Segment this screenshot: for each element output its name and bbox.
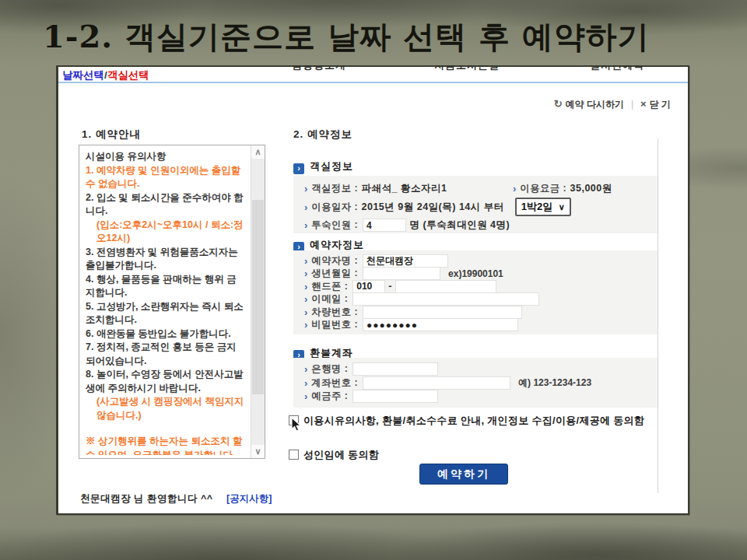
row-bullet-icon: › [304,219,307,231]
car-number-input[interactable] [363,306,522,319]
close-button[interactable]: ×닫 기 [640,98,671,111]
guide-line: 2. 입소 및 퇴소시간을 준수하여야 합니다. [86,191,246,219]
guide-scrollbox: 시설이용 유의사항 1. 예약차량 및 인원이외에는 출입할 수 없습니다. 2… [79,145,265,459]
name-label: 예약자명 : [311,254,358,268]
row-bullet-icon: › [304,363,307,375]
row-bullet-icon: › [304,306,307,318]
email-input[interactable] [352,292,539,306]
guide-line: 6. 애완동물 동반입소 불가합니다. [86,327,246,341]
guide-line: 5. 고성방가, 소란행위자는 즉시 퇴소조치합니다. [86,300,246,327]
guide-line: 4. 행상, 물품등을 판매하는 행위 금지합니다. [86,273,246,300]
row-bullet-icon: › [304,268,307,279]
guide-line: 3. 전염병환자 및 위험물품소지자는 출입불가합니다. [86,246,246,273]
guide-line: ※ 상기행위를 하는자는 퇴소조치 할 수 있으며, 요금환불은 불가합니다. [86,435,246,455]
car-label: 차량번호 : [311,306,358,319]
account-holder-input[interactable] [352,390,438,403]
scroll-up-icon[interactable]: ∧ [251,145,265,159]
toolbar: ↻예약 다시하기|×닫 기 [554,98,671,112]
phone-prefix-input[interactable] [352,280,385,293]
row-bullet-icon: › [304,377,307,389]
nights-select[interactable]: 1박2일 ∨ [515,198,571,216]
refund-account-box: › 은행명 : › 계좌번호 : 예) 123-1234-123 › 예금주 : [293,358,658,408]
content-right-divider [658,138,658,493]
close-icon: × [640,98,647,110]
section-refund-account: ›환불계좌 [293,345,353,358]
tab-room-select[interactable]: 객실선택 [107,69,149,81]
guests-input[interactable] [363,219,406,232]
reserve-button[interactable]: 예약하기 [419,464,508,485]
notice-link[interactable]: [공지사항] [226,493,272,504]
reservation-heading: 2. 예약정보 [293,128,352,142]
guide-line: 1. 예약차량 및 인원이외에는 출입할 수 없습니다. [86,164,246,191]
password-input[interactable] [363,318,518,331]
section-booker-info: ›예약자정보 [293,237,364,250]
room-value: 파쇄석_ 황소자리1 [362,182,447,195]
section-arrow-icon: › [293,163,304,174]
birth-hint: ex)19900101 [448,268,503,279]
mouse-cursor [291,418,303,432]
clipped-tab-intro[interactable]: 캠핑장소개 [292,65,346,72]
bank-name-input[interactable] [352,362,438,376]
agreement-terms-label: 이용시유의사항, 환불/취소수수료 안내, 개인정보 수집/이용/제공에 동의함 [303,415,644,426]
row-bullet-icon: › [513,183,516,194]
phone-number-input[interactable] [395,280,496,293]
guide-line: (입소:오후2시~오후10시 / 퇴소:정오12시) [86,219,246,246]
room-info-box: › 객실정보 : 파쇄석_ 황소자리1 › 이용요금 : 35,000원 › 이… [293,176,658,233]
bank-label: 은행명 : [311,362,348,376]
agreement-adult-checkbox[interactable] [289,450,299,460]
agreement-terms-row: 이용시유의사항, 환불/취소수수료 안내, 개인정보 수집/이용/제공에 동의함 [289,414,718,429]
tab-date-select[interactable]: 날짜선택 [62,69,104,81]
date-label: 이용일자 : [311,201,358,214]
guide-line: (사고발생 시 캠핑장에서 책임지지 않습니다.) [86,395,246,422]
room-label: 객실정보 : [311,182,358,195]
row-bullet-icon: › [304,281,307,292]
booker-info-box: › 예약자명 : › 생년월일 : ex)19900101 › 핸드폰 : - … [293,250,658,334]
birthdate-input[interactable] [363,267,440,280]
phone-label: 핸드폰 : [311,280,348,293]
guide-heading: 1. 예약안내 [82,128,141,142]
section-room-info: ›객실정보 [293,159,353,171]
guests-label: 투숙인원 : [311,219,358,232]
birth-label: 생년월일 : [311,267,358,280]
guide-line: 시설이용 유의사항 [86,150,246,164]
row-bullet-icon: › [304,183,307,194]
booker-name-input[interactable] [363,254,448,268]
agreement-adult-row: 성인임에 동의함 [289,448,718,463]
guide-text: 시설이용 유의사항 1. 예약차량 및 인원이외에는 출입할 수 없습니다. 2… [86,150,246,455]
chevron-down-icon: ∨ [559,202,565,212]
scroll-down-icon[interactable]: ∨ [251,445,265,458]
account-hint: 예) 123-1234-123 [518,376,591,390]
password-label: 비밀번호 : [311,318,358,331]
email-label: 이메일 : [311,292,348,306]
footer: 천문대캠장 님 환영합니다 ^^ [공지사항] [80,492,272,506]
guests-suffix: 명 (투숙최대인원 4명) [410,219,510,232]
fee-label: 이용요금 : [520,182,566,195]
phone-dash: - [388,281,392,292]
guide-line: 7. 정치적, 종교적인 홍보 등은 금지되어있습니다. [86,341,246,368]
account-number-input[interactable] [363,376,510,390]
toolbar-divider: | [631,99,633,110]
scrollbar-thumb[interactable] [252,200,264,394]
row-bullet-icon: › [304,319,307,331]
guide-scrollbar[interactable]: ∧ ∨ [251,145,265,458]
row-bullet-icon: › [304,201,307,213]
agreement-adult-label: 성인임에 동의함 [303,449,379,460]
reservation-window: 캠핑장소개 처음오시는길 실시간예약 날짜선택/객실선택 ↻예약 다시하기|×닫… [56,65,689,515]
retry-reservation-button[interactable]: ↻예약 다시하기 [554,98,624,111]
clipped-tab-realtime[interactable]: 실시간예약 [590,65,644,72]
welcome-text: 천문대캠장 님 환영합니다 ^^ [80,493,213,504]
account-label: 계좌번호 : [311,376,358,390]
guide-line: 8. 놀이터, 수영장 등에서 안전사고발생에 주의하시기 바랍니다. [86,368,246,395]
row-bullet-icon: › [304,390,307,402]
refresh-icon: ↻ [554,98,563,110]
fee-value: 35,000원 [570,182,612,195]
clipped-tab-directions[interactable]: 처음오시는길 [434,65,500,72]
date-value: 2015년 9월 24일(목) 14시 부터 [362,201,504,214]
slide-title: 1-2. 객실기준으로 날짜 선택 후 예약하기 [43,16,712,58]
slide-background: 1-2. 객실기준으로 날짜 선택 후 예약하기 캠핑장소개 처음오시는길 실시… [0,0,747,560]
row-bullet-icon: › [304,255,307,267]
row-bullet-icon: › [304,293,307,305]
holder-label: 예금주 : [311,390,348,403]
